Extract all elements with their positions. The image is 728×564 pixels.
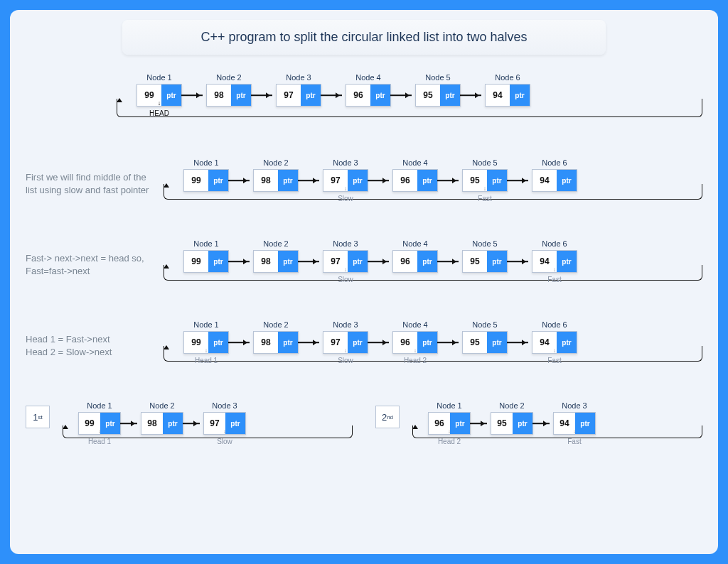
node-cell: 99ptr	[183, 250, 229, 273]
node-value: 95	[416, 85, 440, 106]
node-ptr: ptr	[163, 413, 183, 434]
node-value: 98	[254, 170, 278, 191]
ordinal-first: 1st	[26, 406, 50, 428]
arrow-icon	[298, 180, 319, 181]
linked-list-node: Node 694ptrFast	[532, 320, 577, 364]
linked-list-node: Node 496ptr	[392, 239, 438, 283]
arrow-icon	[183, 423, 200, 424]
node-ptr: ptr	[348, 251, 368, 272]
linked-list-node: Node 694ptrFast	[532, 239, 577, 283]
node-ptr: ptr	[161, 85, 181, 106]
linked-list-node: Node 397ptr	[276, 73, 321, 117]
node-value: 98	[141, 413, 163, 434]
node-ptr: ptr	[278, 332, 298, 353]
node-cell: 96ptr	[392, 250, 438, 273]
linked-list-node: Node 199ptrHead 1	[183, 320, 229, 364]
pointer-label: Head 1	[195, 357, 218, 364]
node-value: 96	[346, 85, 370, 106]
pointer-label: Slow	[217, 438, 232, 445]
arrow-icon	[120, 423, 137, 424]
arrow-icon	[437, 342, 459, 343]
arrow-icon	[228, 180, 250, 181]
arrow-icon	[228, 342, 250, 343]
arrow-icon	[368, 342, 389, 343]
node-value: 99	[79, 413, 100, 434]
node-cell: 98ptr	[141, 412, 183, 435]
node-label: Node 3	[562, 401, 587, 410]
node-ptr: ptr	[208, 251, 228, 272]
arrow-icon	[298, 261, 319, 262]
node-label: Node 3	[212, 401, 237, 410]
node-label: Node 3	[333, 320, 358, 329]
arrow-icon	[321, 94, 342, 96]
node-label: Node 1	[193, 239, 218, 248]
node-value: 98	[254, 332, 278, 353]
node-label: Node 5	[472, 158, 497, 167]
node-label: Node 4	[402, 320, 427, 329]
pointer-label: Fast	[547, 276, 561, 283]
linked-list-node: Node 298ptr	[206, 73, 252, 117]
node-label: Node 4	[402, 239, 427, 248]
node-label: Node 6	[495, 73, 520, 82]
linked-list-node: Node 199ptrHead 1	[78, 401, 121, 445]
arrow-icon	[460, 94, 481, 96]
node-label: Node 5	[472, 320, 497, 329]
pointer-label: Head 2	[438, 438, 461, 445]
node-value: 99	[184, 170, 208, 191]
node-value: 95	[463, 332, 487, 353]
linked-list-node: Node 595ptr	[462, 239, 508, 283]
arrow-icon	[507, 342, 528, 343]
pointer-label: Fast	[547, 357, 561, 364]
linked-list-node: Node 199ptrHEAD	[136, 73, 182, 117]
node-label: Node 3	[333, 239, 358, 248]
node-ptr: ptr	[208, 332, 228, 353]
linked-list-node: Node 397ptrSlow	[203, 401, 246, 445]
pointer-label: HEAD	[149, 109, 169, 117]
arrow-icon	[228, 261, 250, 262]
pointer-label: Head 2	[404, 357, 427, 364]
pane-second: 2nd Node 196ptrHead 2Node 295ptrNode 394…	[375, 393, 702, 464]
node-ptr: ptr	[557, 170, 577, 191]
arrow-icon	[437, 261, 459, 262]
arrow-icon	[437, 180, 459, 181]
node-ptr: ptr	[510, 85, 530, 106]
node-value: 97	[277, 85, 301, 106]
node-ptr: ptr	[557, 251, 577, 272]
pointer-label: Fast	[478, 195, 491, 202]
pane-first: 1st Node 199ptrHead 1Node 298ptrNode 397…	[26, 393, 353, 464]
linked-list-node: Node 199ptr	[183, 158, 229, 202]
diagram-canvas: C++ program to split the circular linked…	[10, 10, 718, 554]
linked-list-node: Node 196ptrHead 2	[428, 401, 471, 445]
node-ptr: ptr	[278, 170, 298, 191]
node-label: Node 2	[499, 401, 524, 410]
node-label: Node 1	[193, 320, 218, 329]
node-cell: 95ptr	[462, 250, 508, 273]
node-label: Node 2	[216, 73, 241, 82]
arrow-icon	[181, 94, 203, 96]
title-card: C++ program to split the circular linked…	[122, 20, 606, 55]
arrow-icon	[390, 94, 412, 96]
page-title: C++ program to split the circular linked…	[200, 30, 527, 44]
node-ptr: ptr	[225, 413, 245, 434]
linked-list-node: Node 298ptr	[253, 320, 299, 364]
node-label: Node 4	[402, 158, 427, 167]
linked-list-node: Node 496ptr	[346, 73, 391, 117]
node-label: Node 6	[542, 320, 567, 329]
node-ptr: ptr	[208, 170, 228, 191]
linked-list-node: Node 298ptr	[141, 401, 183, 445]
node-ptr: ptr	[557, 332, 577, 353]
arrow-icon	[470, 423, 487, 424]
node-value: 99	[184, 251, 208, 272]
linked-list-node: Node 496ptr	[392, 158, 438, 202]
node-ptr: ptr	[231, 85, 251, 106]
node-value: 98	[207, 85, 231, 106]
pointer-label: Fast	[567, 438, 581, 445]
node-cell: 98ptr	[253, 250, 299, 273]
ordinal-second: 2nd	[375, 406, 400, 428]
arrow-icon	[368, 261, 389, 262]
node-value: 95	[463, 251, 487, 272]
node-label: Node 2	[263, 158, 288, 167]
node-cell: 95ptr	[415, 84, 461, 107]
node-cell: 94ptr	[485, 84, 530, 107]
linked-list-node: Node 394ptrFast	[553, 401, 596, 445]
